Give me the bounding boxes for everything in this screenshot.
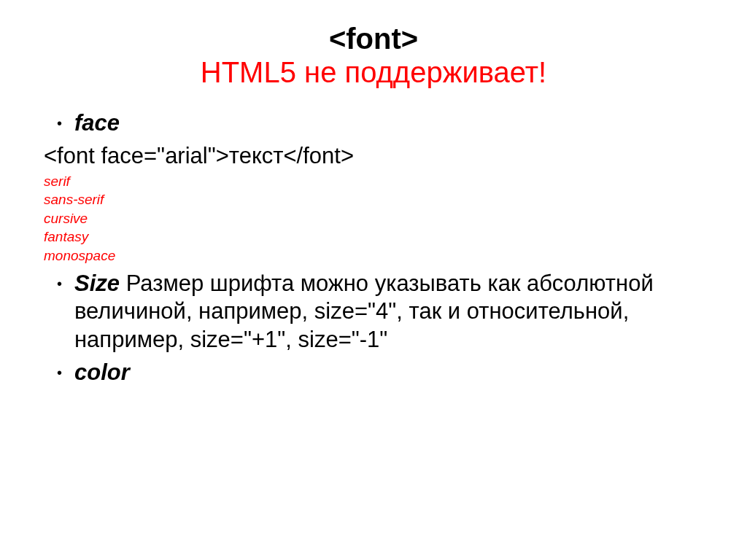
bullet-dot-icon: •	[57, 270, 74, 298]
title-line-1: <font>	[44, 22, 703, 55]
font-family-fantasy: fantasy	[44, 228, 703, 246]
title-line-2: HTML5 не поддерживает!	[44, 55, 703, 89]
font-family-sans-serif: sans-serif	[44, 190, 703, 209]
bullet-face: • face	[57, 109, 703, 138]
slide-title: <font> HTML5 не поддерживает!	[44, 22, 703, 89]
bullet-dot-icon: •	[57, 359, 74, 386]
bullet-dot-icon: •	[57, 109, 74, 137]
slide-body: • face <font face="arial">текст</font> s…	[44, 109, 703, 387]
bullet-size-text: Size Размер шрифта можно указывать как а…	[74, 270, 703, 354]
bullet-face-label: face	[74, 109, 703, 138]
font-family-cursive: cursive	[44, 209, 703, 228]
bullet-size-label: Size	[74, 271, 120, 296]
font-family-monospace: monospace	[44, 246, 703, 265]
bullet-color-label: color	[74, 359, 703, 387]
bullet-size-description: Размер шрифта можно указывать как абсолю…	[74, 271, 654, 353]
face-code-example: <font face="arial">текст</font>	[44, 142, 703, 171]
bullet-color: • color	[57, 359, 703, 387]
font-family-serif: serif	[44, 172, 703, 191]
slide: <font> HTML5 не поддерживает! • face <fo…	[0, 0, 747, 560]
font-family-list: serif sans-serif cursive fantasy monospa…	[44, 172, 703, 265]
bullet-size: • Size Размер шрифта можно указывать как…	[57, 270, 703, 354]
